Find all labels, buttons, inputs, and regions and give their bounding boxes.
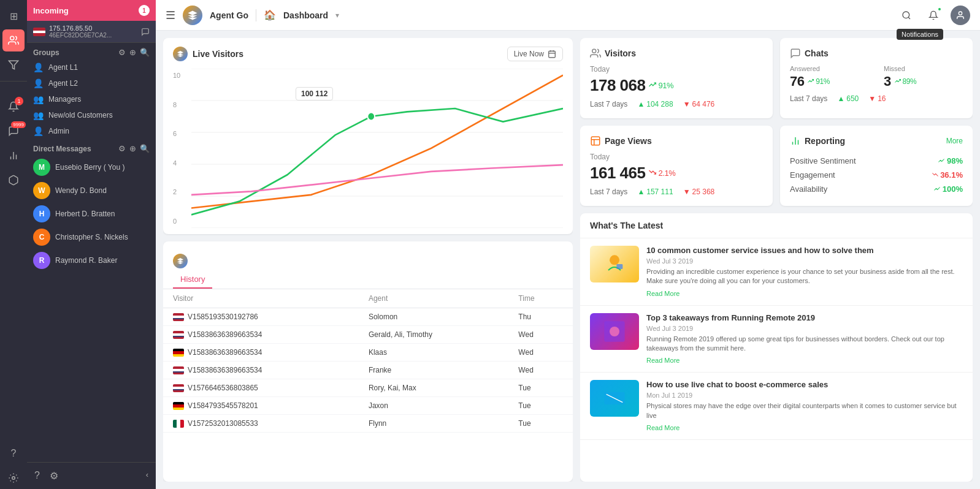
news-date: Wed Jul 3 2019	[646, 325, 963, 332]
svg-point-19	[367, 113, 375, 121]
engagement-value: 36.1%	[932, 170, 963, 180]
dm-search-icon[interactable]: 🔍	[140, 144, 150, 153]
reporting-more-link[interactable]: More	[946, 137, 963, 145]
sidebar-item-bell[interactable]: 1	[2, 96, 25, 118]
table-row[interactable]: V15838636389663534 Franke Wed	[163, 362, 573, 379]
dm-settings-icon[interactable]: ⚙	[118, 144, 126, 153]
user-avatar[interactable]	[951, 6, 970, 25]
agent-name: Agent L2	[48, 79, 78, 88]
nav-chevron-icon[interactable]: ▾	[335, 11, 339, 20]
incoming-info: 175.176.85.50 46EFC82DC6E7CA2...	[49, 25, 137, 39]
visitor-cell: V1572532013085533	[163, 415, 359, 433]
svg-marker-1	[9, 61, 18, 69]
admin-label: Admin	[48, 127, 69, 135]
news-title: Top 3 takeaways from Running Remote 2019	[646, 313, 963, 324]
history-table[interactable]: Visitor Agent Time V1585193530192786 Sol…	[163, 289, 573, 482]
visitors-footer: Last 7 days ▲ 104 288 ▼ 64 476	[590, 100, 763, 108]
notifications-btn[interactable]: Notifications	[924, 6, 943, 25]
chart-svg	[191, 69, 563, 228]
dm-herbert[interactable]: H Herbert D. Bratten	[27, 202, 156, 226]
sidebar-agent-managers[interactable]: 👥 Managers	[27, 91, 156, 107]
incoming-item[interactable]: 175.176.85.50 46EFC82DC6E7CA2...	[27, 21, 156, 43]
sentiment-value: 98%	[938, 156, 963, 165]
dm-avatar: M	[33, 159, 50, 176]
table-row[interactable]: V1585193530192786 Solomon Thu	[163, 308, 573, 326]
chats-down-value: ▼ 16	[868, 94, 886, 103]
table-row[interactable]: V15838636389663534 Klaas Wed	[163, 344, 573, 362]
chats-missed: Missed 3 89%	[884, 65, 963, 89]
incoming-header: Incoming 1	[27, 0, 156, 21]
reporting-icon	[790, 135, 801, 146]
groups-search-icon[interactable]: 🔍	[140, 48, 150, 57]
pageviews-today-label: Today	[590, 153, 763, 161]
app-name: Agent Go	[210, 10, 248, 20]
visitors-up-value: ▲ 104 288	[637, 100, 673, 108]
news-item: Top 3 takeaways from Running Remote 2019…	[580, 306, 973, 373]
dm-raymond[interactable]: R Raymond R. Baker	[27, 249, 156, 272]
sidebar-help-icon[interactable]: ?	[32, 468, 42, 484]
news-content: 10 common customer service issues and ho…	[646, 246, 963, 298]
news-read-more[interactable]: Read More	[646, 357, 679, 364]
missed-trend: 89%	[895, 77, 916, 86]
sidebar-item-chart[interactable]	[2, 145, 25, 167]
live-visitors-title: Live Visitors	[193, 49, 243, 59]
table-row[interactable]: V1576646536803865 Rory, Kai, Max Tue	[163, 379, 573, 397]
col-visitor: Visitor	[163, 289, 359, 308]
hamburger-btn[interactable]: ☰	[166, 9, 175, 22]
left-panel: Live Visitors Live Now 10 8 6 4 2	[163, 38, 573, 482]
visitors-title: Visitors	[605, 48, 636, 58]
sidebar-back-btn[interactable]: ‹	[144, 468, 151, 484]
flag-us-icon	[33, 28, 45, 36]
pageviews-footer: Last 7 days ▲ 157 111 ▼ 25 368	[590, 188, 763, 196]
sidebar-item-help[interactable]: ?	[2, 442, 25, 464]
sidebar-item-filter[interactable]	[2, 54, 25, 76]
dm-wendy[interactable]: W Wendy D. Bond	[27, 179, 156, 202]
svg-rect-26	[616, 264, 622, 269]
sidebar-agent-newold[interactable]: 👥 New/old Customers	[27, 107, 156, 123]
table-row[interactable]: V15838636389663534 Gerald, Ali, Timothy …	[163, 326, 573, 344]
history-card: History Visitor Agent Time	[163, 241, 573, 482]
chats-icon	[790, 48, 801, 59]
sidebar-agent-l2[interactable]: 👤 Agent L2	[27, 75, 156, 91]
search-btn[interactable]	[897, 6, 916, 25]
sidebar-item-box[interactable]	[2, 169, 25, 191]
svg-point-6	[903, 12, 909, 18]
pageviews-icon	[590, 135, 601, 146]
history-tab[interactable]: History	[173, 271, 212, 289]
visitors-today-label: Today	[590, 65, 763, 74]
sidebar-settings-icon[interactable]: ⚙	[47, 468, 61, 484]
table-row[interactable]: V1572532013085533 Flynn Tue	[163, 415, 573, 433]
news-card: What's The Latest 10 common customer ser…	[580, 213, 973, 482]
news-read-more[interactable]: Read More	[646, 290, 679, 297]
sidebar-item-chat[interactable]: 9999	[2, 120, 25, 142]
managers-label: Managers	[48, 95, 81, 104]
dm-avatar: C	[33, 229, 50, 246]
missed-label: Missed	[884, 65, 963, 72]
answered-label: Answered	[790, 65, 869, 72]
visitors-header: Visitors	[590, 48, 763, 59]
app-logo	[183, 6, 202, 25]
dm-eusebio[interactable]: M Eusebio Berry ( You )	[27, 156, 156, 179]
sidebar-item-settings[interactable]	[2, 467, 25, 489]
sidebar-agent-l1[interactable]: 👤 Agent L1	[27, 59, 156, 75]
pageviews-last7-label: Last 7 days	[590, 188, 627, 196]
table-row[interactable]: V1584793545578201 Jaxon Tue	[163, 397, 573, 415]
groups-settings-icon[interactable]: ⚙	[118, 48, 126, 57]
news-read-more[interactable]: Read More	[646, 424, 679, 431]
live-visitors-chart: 10 8 6 4 2 0	[173, 69, 563, 228]
svg-line-7	[908, 17, 910, 19]
dm-christopher[interactable]: C Christopher S. Nickels	[27, 226, 156, 249]
dm-add-icon[interactable]: ⊕	[129, 144, 136, 153]
sidebar-agent-admin[interactable]: 👤 Admin	[27, 123, 156, 139]
groups-add-icon[interactable]: ⊕	[129, 48, 136, 57]
managers-icon: 👥	[33, 94, 44, 104]
sidebar-item-home[interactable]: ⊞	[2, 5, 25, 27]
live-now-label: Live Now	[514, 50, 544, 58]
chats-last7-label: Last 7 days	[790, 94, 827, 103]
incoming-title: Incoming	[33, 6, 69, 15]
reporting-row-availability: Availability 100%	[790, 182, 963, 196]
sidebar-item-agents[interactable]	[2, 29, 25, 51]
dm-name: Herbert D. Bratten	[55, 210, 115, 218]
news-content: Top 3 takeaways from Running Remote 2019…	[646, 313, 963, 365]
live-now-btn[interactable]: Live Now	[507, 47, 563, 61]
